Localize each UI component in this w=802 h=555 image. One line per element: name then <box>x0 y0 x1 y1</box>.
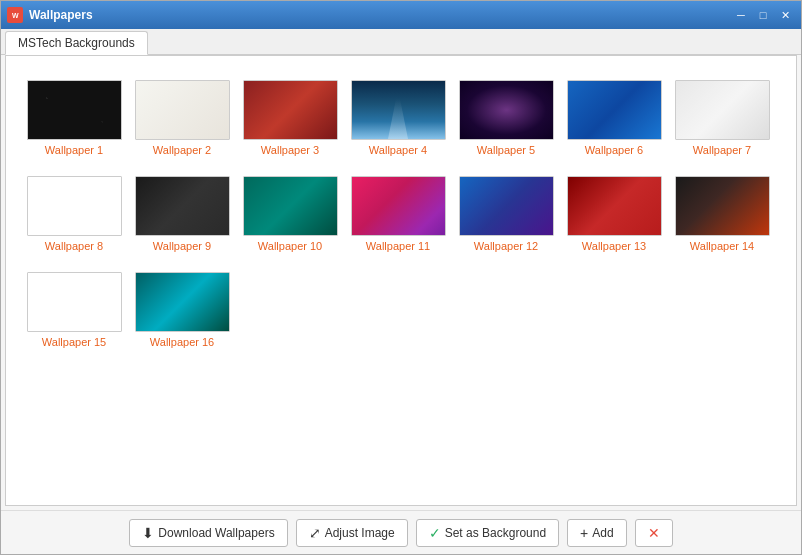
add-button[interactable]: + Add <box>567 519 627 547</box>
wallpaper-label: Wallpaper 5 <box>477 144 535 156</box>
wallpaper-item[interactable]: Wallpaper 11 <box>348 170 448 258</box>
download-wallpapers-button[interactable]: ⬇ Download Wallpapers <box>129 519 287 547</box>
window-controls: ─ □ ✕ <box>731 6 795 24</box>
wallpaper-thumbnail <box>675 176 770 236</box>
wallpaper-thumbnail <box>567 80 662 140</box>
close-button[interactable]: ✕ <box>775 6 795 24</box>
wallpaper-grid: Wallpaper 1Wallpaper 2Wallpaper 3Wallpap… <box>16 66 786 362</box>
svg-text:W: W <box>12 12 19 19</box>
wallpaper-thumbnail <box>243 176 338 236</box>
wallpaper-thumbnail <box>27 80 122 140</box>
wallpaper-item[interactable]: Wallpaper 3 <box>240 74 340 162</box>
app-icon: W <box>7 7 23 23</box>
wallpaper-item[interactable]: Wallpaper 5 <box>456 74 556 162</box>
wallpaper-thumbnail <box>351 80 446 140</box>
wallpaper-label: Wallpaper 9 <box>153 240 211 252</box>
footer-toolbar: ⬇ Download Wallpapers ⤢ Adjust Image ✓ S… <box>1 510 801 554</box>
adjust-image-button[interactable]: ⤢ Adjust Image <box>296 519 408 547</box>
wallpaper-thumbnail <box>27 272 122 332</box>
wallpaper-label: Wallpaper 6 <box>585 144 643 156</box>
wallpaper-label: Wallpaper 13 <box>582 240 646 252</box>
wallpaper-label: Wallpaper 14 <box>690 240 754 252</box>
minimize-button[interactable]: ─ <box>731 6 751 24</box>
download-icon: ⬇ <box>142 525 154 541</box>
adjust-label: Adjust Image <box>325 526 395 540</box>
wallpaper-label: Wallpaper 4 <box>369 144 427 156</box>
wallpaper-thumbnail <box>351 176 446 236</box>
wallpaper-thumbnail <box>243 80 338 140</box>
wallpaper-item[interactable]: Wallpaper 14 <box>672 170 772 258</box>
wallpaper-thumbnail <box>135 80 230 140</box>
add-label: Add <box>592 526 613 540</box>
wallpaper-thumbnail <box>459 176 554 236</box>
wallpaper-item[interactable]: Wallpaper 12 <box>456 170 556 258</box>
adjust-icon: ⤢ <box>309 525 321 541</box>
wallpaper-item[interactable]: Wallpaper 15 <box>24 266 124 354</box>
wallpaper-label: Wallpaper 11 <box>366 240 430 252</box>
window-title: Wallpapers <box>29 8 731 22</box>
tab-mstech-backgrounds[interactable]: MSTech Backgrounds <box>5 31 148 55</box>
wallpaper-label: Wallpaper 7 <box>693 144 751 156</box>
wallpaper-thumbnail <box>135 176 230 236</box>
wallpaper-label: Wallpaper 1 <box>45 144 103 156</box>
titlebar: W Wallpapers ─ □ ✕ <box>1 1 801 29</box>
set-label: Set as Background <box>445 526 546 540</box>
wallpaper-item[interactable]: Wallpaper 9 <box>132 170 232 258</box>
wallpaper-thumbnail <box>135 272 230 332</box>
delete-icon: ✕ <box>648 525 660 541</box>
delete-button[interactable]: ✕ <box>635 519 673 547</box>
wallpaper-label: Wallpaper 3 <box>261 144 319 156</box>
wallpaper-item[interactable]: Wallpaper 13 <box>564 170 664 258</box>
wallpaper-label: Wallpaper 12 <box>474 240 538 252</box>
wallpaper-label: Wallpaper 15 <box>42 336 106 348</box>
wallpaper-thumbnail <box>27 176 122 236</box>
wallpaper-thumbnail <box>675 80 770 140</box>
tab-bar: MSTech Backgrounds <box>1 29 801 55</box>
wallpaper-item[interactable]: Wallpaper 6 <box>564 74 664 162</box>
wallpaper-item[interactable]: Wallpaper 1 <box>24 74 124 162</box>
wallpaper-thumbnail <box>567 176 662 236</box>
add-icon: + <box>580 525 588 541</box>
wallpaper-item[interactable]: Wallpaper 10 <box>240 170 340 258</box>
wallpaper-label: Wallpaper 16 <box>150 336 214 348</box>
wallpaper-item[interactable]: Wallpaper 2 <box>132 74 232 162</box>
wallpaper-item[interactable]: Wallpaper 16 <box>132 266 232 354</box>
wallpaper-item[interactable]: Wallpaper 7 <box>672 74 772 162</box>
wallpaper-list-area[interactable]: Wallpaper 1Wallpaper 2Wallpaper 3Wallpap… <box>5 55 797 506</box>
wallpaper-label: Wallpaper 10 <box>258 240 322 252</box>
set-as-background-button[interactable]: ✓ Set as Background <box>416 519 559 547</box>
wallpaper-item[interactable]: Wallpaper 8 <box>24 170 124 258</box>
main-window: W Wallpapers ─ □ ✕ MSTech Backgrounds Wa… <box>0 0 802 555</box>
wallpaper-thumbnail <box>459 80 554 140</box>
wallpaper-item[interactable]: Wallpaper 4 <box>348 74 448 162</box>
download-label: Download Wallpapers <box>158 526 274 540</box>
set-icon: ✓ <box>429 525 441 541</box>
wallpaper-label: Wallpaper 8 <box>45 240 103 252</box>
maximize-button[interactable]: □ <box>753 6 773 24</box>
wallpaper-label: Wallpaper 2 <box>153 144 211 156</box>
